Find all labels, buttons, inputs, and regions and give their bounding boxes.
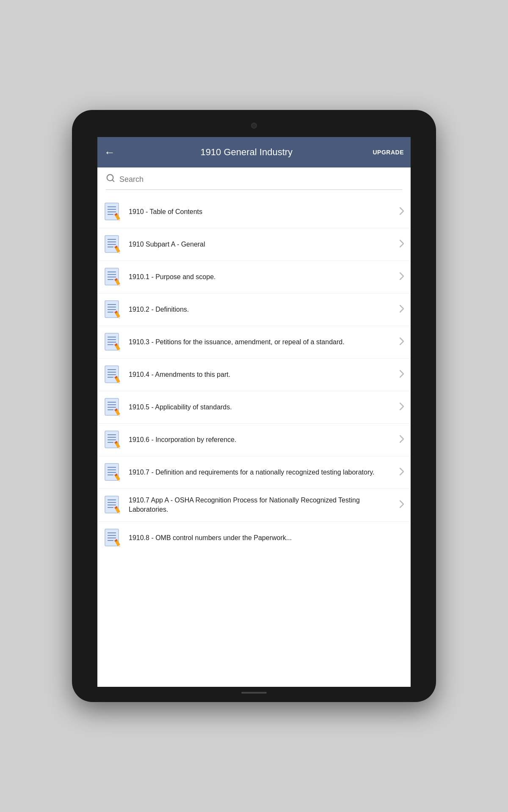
search-box bbox=[106, 173, 402, 190]
screen: ← 1910 General Industry UPGRADE bbox=[97, 137, 411, 687]
list-item[interactable]: 1910.1 - Purpose and scope. bbox=[97, 261, 411, 294]
document-icon bbox=[104, 365, 123, 384]
list-item[interactable]: 1910.7 App A - OSHA Recognition Process … bbox=[97, 489, 411, 522]
item-label: 1910.7 App A - OSHA Recognition Process … bbox=[129, 496, 396, 515]
search-input[interactable] bbox=[119, 175, 402, 184]
list-item[interactable]: 1910.8 - OMB control numbers under the P… bbox=[97, 522, 411, 554]
app-header: ← 1910 General Industry UPGRADE bbox=[97, 137, 411, 167]
document-icon bbox=[104, 235, 123, 254]
chevron-right-icon bbox=[400, 207, 404, 217]
svg-line-1 bbox=[112, 180, 114, 181]
chevron-right-icon bbox=[400, 305, 404, 315]
search-icon bbox=[106, 173, 115, 185]
list-item[interactable]: 1910.2 - Definitions. bbox=[97, 294, 411, 326]
item-label: 1910.8 - OMB control numbers under the P… bbox=[129, 533, 404, 543]
document-icon bbox=[104, 431, 123, 449]
chevron-right-icon bbox=[400, 468, 404, 477]
list-item[interactable]: 1910 Subpart A - General bbox=[97, 228, 411, 261]
document-icon bbox=[104, 268, 123, 286]
item-label: 1910.4 - Amendments to this part. bbox=[129, 370, 396, 379]
search-container bbox=[97, 167, 411, 196]
item-label: 1910.2 - Definitions. bbox=[129, 305, 396, 314]
list-item[interactable]: 1910 - Table of Contents bbox=[97, 196, 411, 228]
device-frame: ← 1910 General Industry UPGRADE bbox=[72, 110, 436, 702]
document-icon bbox=[104, 463, 123, 482]
chevron-right-icon bbox=[400, 337, 404, 347]
back-button[interactable]: ← bbox=[104, 147, 115, 158]
item-label: 1910.6 - Incorporation by reference. bbox=[129, 435, 396, 444]
camera bbox=[251, 123, 257, 129]
list-item[interactable]: 1910.5 - Applicability of standards. bbox=[97, 391, 411, 424]
item-label: 1910.7 - Definition and requirements for… bbox=[129, 468, 396, 477]
document-icon bbox=[104, 203, 123, 221]
document-icon bbox=[104, 398, 123, 417]
list-item[interactable]: 1910.7 - Definition and requirements for… bbox=[97, 456, 411, 489]
item-label: 1910.3 - Petitions for the issuance, ame… bbox=[129, 337, 396, 347]
upgrade-button[interactable]: UPGRADE bbox=[373, 149, 404, 156]
list-item[interactable]: 1910.6 - Incorporation by reference. bbox=[97, 424, 411, 456]
document-icon bbox=[104, 529, 123, 547]
item-label: 1910.1 - Purpose and scope. bbox=[129, 272, 396, 282]
page-title: 1910 General Industry bbox=[120, 147, 373, 158]
document-icon bbox=[104, 333, 123, 351]
item-label: 1910 - Table of Contents bbox=[129, 207, 396, 217]
document-icon bbox=[104, 496, 123, 514]
chevron-right-icon bbox=[400, 403, 404, 412]
home-indicator bbox=[241, 692, 267, 694]
list-item[interactable]: 1910.4 - Amendments to this part. bbox=[97, 359, 411, 391]
document-icon bbox=[104, 300, 123, 319]
item-list: 1910 - Table of Contents 1910 Subpart A … bbox=[97, 196, 411, 687]
chevron-right-icon bbox=[400, 435, 404, 445]
chevron-right-icon bbox=[400, 370, 404, 380]
list-item[interactable]: 1910.3 - Petitions for the issuance, ame… bbox=[97, 326, 411, 359]
chevron-right-icon bbox=[400, 500, 404, 510]
item-label: 1910 Subpart A - General bbox=[129, 240, 396, 249]
item-label: 1910.5 - Applicability of standards. bbox=[129, 403, 396, 412]
chevron-right-icon bbox=[400, 240, 404, 250]
chevron-right-icon bbox=[400, 272, 404, 282]
